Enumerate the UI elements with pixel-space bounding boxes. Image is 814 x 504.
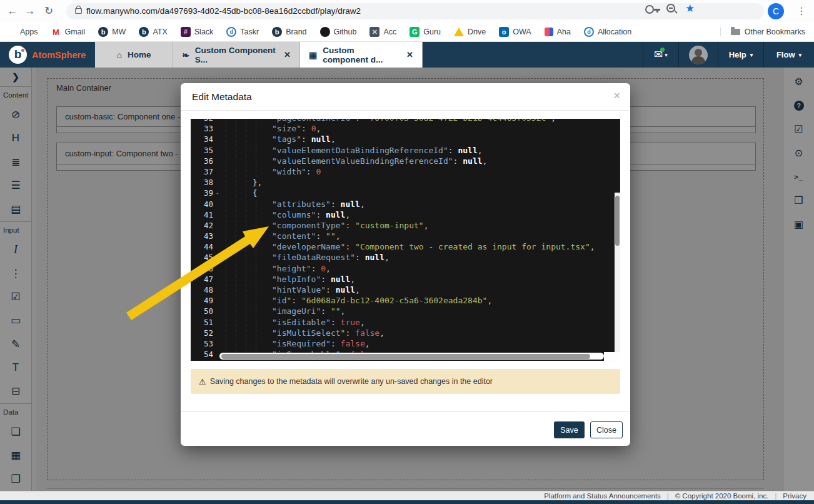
- close-tab-icon[interactable]: ✕: [284, 50, 291, 59]
- home-icon: ⌂: [117, 50, 122, 60]
- other-bookmarks-button[interactable]: Other Bookmarks: [720, 28, 805, 36]
- scrollbar-thumb[interactable]: [221, 354, 590, 359]
- tab-custom-component-d[interactable]: ▦Custom component d...✕: [300, 42, 423, 68]
- line-number: 32: [191, 119, 217, 123]
- code-text: "developerName": "Component two - create…: [217, 241, 595, 252]
- bookmark-star-icon[interactable]: ★: [685, 1, 695, 17]
- bookmark-label: Brand: [286, 28, 306, 36]
- bookmark-guru[interactable]: GGuru: [410, 27, 441, 37]
- header-right: ✉ ▾ Help ▾ Flow ▾: [643, 42, 814, 68]
- line-number: 42: [191, 220, 217, 231]
- bookmark-taskr[interactable]: dTaskr: [226, 27, 259, 37]
- code-text: "fileDataRequest": null,: [217, 252, 389, 263]
- help-menu[interactable]: Help ▾: [718, 42, 763, 68]
- address-bar[interactable]: flow.manywho.com/da497693-4d02-45db-bc08…: [66, 3, 764, 19]
- code-line: 38},: [191, 177, 620, 188]
- code-text: "attributes": null,: [217, 199, 365, 209]
- code-text: "height": 0,: [217, 263, 331, 274]
- code-line: 42"componentType": "custom-input",: [191, 220, 620, 231]
- browser-menu-icon[interactable]: ⋮: [795, 0, 808, 23]
- notification-dot: [660, 48, 665, 52]
- bookmark-label: Taskr: [240, 28, 259, 36]
- boomi-mw-icon: b: [98, 27, 108, 37]
- zoom-out-icon[interactable]: [666, 4, 675, 13]
- code-text: {: [217, 188, 258, 198]
- tab-label: Custom component d...: [323, 46, 398, 64]
- tab-custom-component-s[interactable]: ❧Custom Component S...✕: [173, 42, 300, 68]
- fold-marker-icon[interactable]: -: [215, 188, 219, 198]
- modal-close-icon[interactable]: ✕: [613, 91, 621, 101]
- code-line: 34"tags": null,: [191, 134, 620, 144]
- line-number: 55: [191, 360, 217, 361]
- user-avatar-button[interactable]: [678, 42, 718, 68]
- bookmark-label: ATX: [153, 28, 167, 36]
- line-number: 54: [191, 349, 217, 360]
- footer-link[interactable]: Privacy: [783, 492, 806, 500]
- bookmark-drive[interactable]: Drive: [454, 28, 486, 36]
- divider: [181, 411, 630, 412]
- code-text: [217, 360, 272, 361]
- scrollbar-thumb[interactable]: [615, 196, 620, 246]
- outlook-owa-icon: o: [499, 27, 509, 37]
- bookmark-allocation[interactable]: dAllocation: [584, 27, 631, 37]
- code-line: 35"valueElementDataBindingReferenceId": …: [191, 145, 620, 156]
- bookmark-mw[interactable]: bMW: [98, 27, 126, 37]
- close-tab-icon[interactable]: ✕: [406, 50, 413, 59]
- flow-menu[interactable]: Flow ▾: [763, 42, 814, 68]
- tab-home[interactable]: ⌂Home: [95, 42, 173, 68]
- bookmark-label: Apps: [20, 28, 38, 36]
- code-line: 37"width": 0: [191, 166, 620, 177]
- browser-profile-avatar[interactable]: C: [768, 3, 784, 19]
- line-number: 49: [191, 295, 217, 306]
- drive-icon: [454, 28, 464, 36]
- bookmark-label: Slack: [194, 28, 214, 36]
- metadata-code-editor[interactable]: 32"pageContainerId": "76f00f03-50a2-4f22…: [191, 119, 620, 361]
- guru-icon: G: [410, 27, 420, 37]
- bookmark-apps[interactable]: Apps: [6, 27, 38, 37]
- acc-icon: ✕: [369, 27, 379, 37]
- app-header: b AtomSphere ⌂Home❧Custom Component S...…: [0, 42, 814, 68]
- bookmark-acc[interactable]: ✕Acc: [369, 27, 396, 37]
- editor-vertical-scrollbar[interactable]: [615, 193, 620, 352]
- footer-link[interactable]: Platform and Status Announcements: [544, 492, 661, 500]
- help-label: Help: [729, 50, 746, 59]
- refresh-icon[interactable]: ↻: [40, 0, 58, 23]
- bookmark-label: Gmail: [65, 28, 86, 36]
- forward-icon[interactable]: →: [21, 0, 39, 23]
- url-text[interactable]: flow.manywho.com/da497693-4d02-45db-bc08…: [86, 3, 361, 19]
- line-number: 38: [191, 177, 217, 188]
- line-number: 39-: [191, 188, 217, 198]
- code-text: "columns": null,: [217, 209, 350, 220]
- close-button[interactable]: Close: [590, 421, 623, 438]
- line-number: 35: [191, 145, 217, 156]
- dell-allocation-icon: d: [584, 27, 594, 37]
- editor-horizontal-scrollbar[interactable]: [219, 353, 604, 360]
- bookmark-label: Allocation: [598, 28, 631, 36]
- bookmark-brand[interactable]: bBrand: [272, 27, 306, 37]
- github-icon: [320, 27, 330, 37]
- code-line: 45"fileDataRequest": null,: [191, 252, 620, 263]
- bookmarks-bar: AppsMGmailbMWbATX#SlackdTaskrbBrandGithu…: [0, 23, 814, 42]
- notifications-mail-button[interactable]: ✉ ▾: [643, 42, 678, 68]
- code-line: 50"imageUri": "",: [191, 306, 620, 316]
- save-button[interactable]: Save: [554, 421, 585, 438]
- bookmark-atx[interactable]: bATX: [139, 27, 167, 37]
- bookmark-aha[interactable]: Aha: [545, 28, 571, 36]
- footer-link[interactable]: © Copyright 2020 Boomi, inc.: [675, 492, 769, 500]
- footer-separator: |: [667, 492, 669, 500]
- bookmark-owa[interactable]: oOWA: [499, 27, 531, 37]
- modal-title: Edit Metadata: [192, 91, 252, 103]
- code-text: "imageUri": "",: [217, 306, 345, 316]
- bookmark-slack[interactable]: #Slack: [181, 27, 214, 37]
- code-lines: 32"pageContainerId": "76f00f03-50a2-4f22…: [191, 119, 620, 361]
- code-text: "tags": null,: [217, 134, 336, 144]
- bookmark-label: Acc: [383, 28, 396, 36]
- brand: b AtomSphere: [0, 42, 95, 68]
- bookmark-gmail[interactable]: MGmail: [51, 27, 86, 37]
- password-key-icon[interactable]: [645, 5, 654, 14]
- code-line: 53"isRequired": false,: [191, 338, 620, 349]
- line-number: 36: [191, 156, 217, 166]
- line-number: 45: [191, 252, 217, 263]
- back-icon[interactable]: ←: [4, 0, 21, 23]
- bookmark-github[interactable]: Github: [320, 27, 357, 37]
